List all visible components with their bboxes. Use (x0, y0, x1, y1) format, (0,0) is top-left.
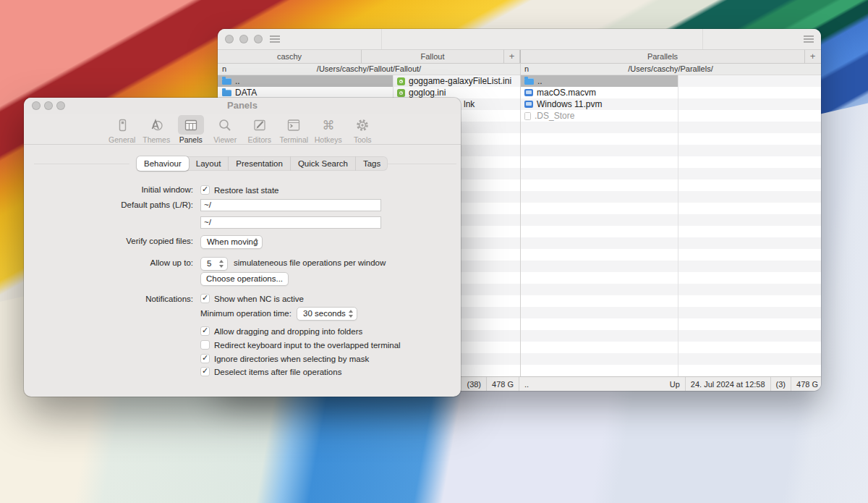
terminal-icon (281, 115, 307, 135)
tab-layout[interactable]: Layout (189, 156, 229, 171)
toolbar-item-editors[interactable]: Editors (242, 115, 277, 144)
file-row[interactable]: .. (218, 75, 393, 87)
operations-count-select[interactable]: 5 (200, 257, 228, 271)
preferences-window: Panels General Themes Panels (24, 98, 461, 397)
default-path-right-input[interactable]: ~/ (200, 216, 381, 229)
tab-bar: caschy Fallout + Parallels + (218, 49, 821, 64)
chevron-up-down-icon (348, 309, 353, 318)
file-row[interactable]: goggame-galaxyFileList.ini (393, 75, 520, 87)
new-tab-button[interactable]: + (805, 50, 820, 63)
pencil-edit-icon (247, 115, 273, 135)
traffic-lights (225, 35, 263, 43)
status-divider (486, 377, 487, 391)
right-pane-path[interactable]: /Users/caschy/Parallels/ (520, 64, 821, 73)
chevron-up-down-icon (253, 237, 258, 247)
minimize-button[interactable] (239, 35, 248, 43)
virtual-machine-icon (524, 89, 533, 96)
operations-count-value: 5 (207, 259, 211, 268)
tab-fallout[interactable]: Fallout (362, 50, 504, 63)
column-divider (678, 75, 678, 376)
toolbar-item-label: Themes (142, 135, 170, 144)
tab-behaviour[interactable]: Behaviour (137, 156, 189, 171)
chevron-up-down-icon (218, 259, 224, 269)
tab-quick-search[interactable]: Quick Search (290, 156, 355, 171)
preferences-titlebar[interactable]: Panels (24, 98, 461, 114)
verify-copied-files-select[interactable]: When moving (200, 235, 263, 249)
zoom-button[interactable] (254, 35, 263, 43)
initial-window-label: Initial window: (70, 185, 193, 194)
file-row[interactable]: goglog.ini (393, 87, 520, 98)
tab-list-icon[interactable] (270, 35, 280, 43)
file-name: macOS.macvm (537, 88, 596, 98)
status-divider (519, 377, 519, 391)
file-row[interactable]: macOS.macvm (520, 87, 678, 98)
ignore-directories-checkbox[interactable] (200, 354, 210, 363)
show-when-active-checkbox[interactable] (200, 294, 210, 303)
toolbar-item-terminal[interactable]: Terminal (277, 115, 312, 144)
file-row[interactable]: .DS_Store (520, 110, 678, 122)
file-name: .. (235, 76, 240, 86)
status-divider (791, 377, 791, 391)
toolbar-item-label: Hotkeys (315, 135, 342, 144)
items-count: (38) (467, 380, 481, 389)
path-bar: n /Users/caschy/Fallout/Fallout/ n /User… (218, 64, 821, 75)
default-path-left-input[interactable]: ~/ (200, 199, 381, 211)
allow-up-to-suffix: simulateneous file operations per window (234, 258, 386, 267)
toolbar-item-viewer[interactable]: Viewer (208, 115, 243, 144)
file-manager-titlebar[interactable] (218, 29, 821, 49)
desktop: caschy Fallout + Parallels + n /Users/ca… (0, 0, 868, 503)
tab-list-icon[interactable] (804, 35, 814, 43)
toolbar-item-hotkeys[interactable]: ⌘ Hotkeys (311, 115, 346, 144)
rule-left (34, 164, 129, 164)
close-button[interactable] (225, 35, 234, 43)
left-pane-path[interactable]: /Users/caschy/Fallout/Fallout/ (218, 64, 520, 73)
tab-parallels[interactable]: Parallels (520, 50, 805, 63)
allow-dragging-label: Allow dragging and dropping into folders (214, 327, 362, 336)
svg-text:⌘: ⌘ (322, 117, 334, 132)
file-name: DATA (235, 88, 257, 98)
toolbar-item-panels[interactable]: Panels (174, 115, 208, 144)
restore-last-state-checkbox[interactable] (200, 185, 210, 195)
min-operation-time-select[interactable]: 30 seconds (297, 307, 357, 321)
verify-copied-files-value: When moving (207, 237, 258, 246)
new-tab-button[interactable]: + (504, 50, 520, 63)
file-row[interactable]: .. (520, 75, 678, 87)
toolbar-item-label: Panels (179, 135, 203, 144)
file-row[interactable]: DATA (218, 87, 393, 98)
window-title: Panels (24, 100, 461, 111)
deselect-items-checkbox[interactable] (200, 367, 210, 376)
notifications-label: Notifications: (70, 295, 193, 303)
toolbar-item-general[interactable]: General (105, 115, 140, 144)
allow-dragging-checkbox[interactable] (200, 326, 210, 336)
toolbar-item-label: Editors (247, 135, 271, 144)
allow-up-to-label: Allow up to: (70, 258, 193, 267)
titlebar-divider (381, 29, 382, 49)
virtual-machine-icon (524, 101, 533, 108)
ignore-directories-label: Ignore directories when selecting by mas… (214, 355, 369, 363)
free-space: 478 G (492, 380, 514, 389)
pane-divider[interactable] (520, 64, 521, 376)
default-paths-label: Default paths (L/R): (70, 200, 193, 209)
file-date: 24. Jul 2024 at 12:58 (691, 380, 765, 389)
tab-caschy[interactable]: caschy (218, 50, 362, 63)
selected-file-name: .. (524, 377, 529, 391)
redirect-keyboard-checkbox[interactable] (200, 340, 210, 350)
tab-tags[interactable]: Tags (355, 156, 388, 171)
choose-operations-button[interactable]: Choose operations... (200, 272, 289, 286)
toolbar-item-label: Terminal (279, 135, 308, 144)
free-space: 478 G (796, 380, 818, 389)
file-row[interactable]: Windows 11.pvm (520, 98, 678, 110)
left-pane-status: (38) 478 G (467, 377, 519, 391)
show-when-active-label: Show when NC is active (214, 295, 304, 303)
toolbar-item-themes[interactable]: Themes (140, 115, 174, 144)
command-key-icon: ⌘ (315, 115, 341, 135)
ini-file-icon (397, 77, 405, 85)
magnifier-icon (212, 115, 238, 135)
file-size: Up (670, 380, 680, 389)
min-operation-time-label: Minimum operation time: (200, 309, 292, 318)
deselect-items-label: Deselect items after file operations (214, 368, 341, 376)
tab-presentation[interactable]: Presentation (228, 156, 290, 171)
toolbar-item-tools[interactable]: Tools (346, 115, 380, 144)
folder-icon (524, 78, 534, 85)
panels-grid-icon (178, 115, 204, 135)
